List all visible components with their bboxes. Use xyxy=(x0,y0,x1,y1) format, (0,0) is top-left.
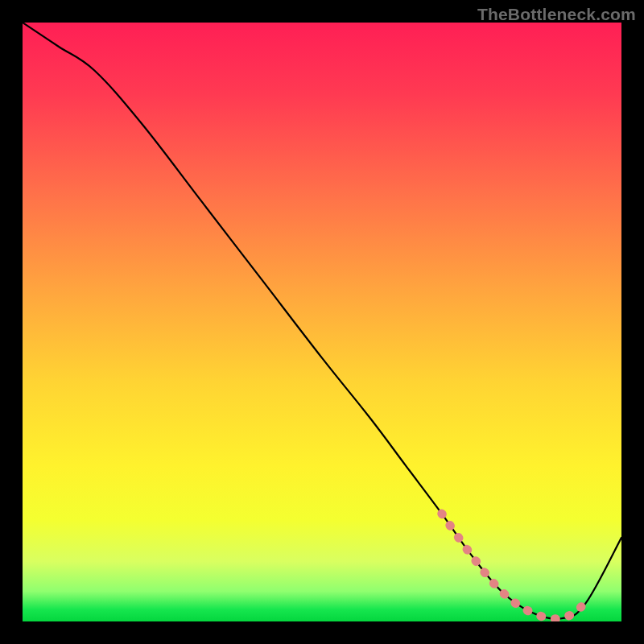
watermark-label: TheBottleneck.com xyxy=(477,5,636,24)
bottleneck-curve xyxy=(23,23,621,621)
plot-area xyxy=(23,23,621,621)
chart-frame: TheBottleneck.com xyxy=(0,0,644,644)
